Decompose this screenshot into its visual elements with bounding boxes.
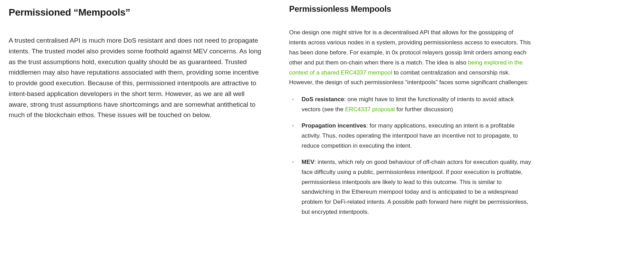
permissionless-intro-paragraph: One design one might strive for is a dec… (289, 28, 531, 88)
item-bold: MEV (302, 159, 314, 165)
permissioned-paragraph: A trusted centralised API is much more D… (9, 35, 265, 121)
list-item: DoS resistance: one might have to limit … (299, 95, 531, 115)
item-text-a: : intents, which rely on good behaviour … (302, 159, 531, 215)
permissioned-section: Permissioned “Mempools” A trusted centra… (9, 7, 265, 273)
list-item: MEV: intents, which rely on good behavio… (299, 157, 531, 217)
list-item: Propagation incentives: for many applica… (299, 121, 531, 151)
item-bold: Propagation incentives (302, 122, 366, 129)
permissionless-heading: Permissionless Mempools (289, 4, 531, 14)
item-text-b: for further discussion) (395, 106, 453, 113)
challenges-list: DoS resistance: one might have to limit … (289, 95, 531, 217)
erc4337-proposal-link[interactable]: ERC4337 proposal (345, 106, 395, 113)
permissionless-section: Permissionless Mempools One design one m… (289, 7, 531, 273)
item-bold: DoS resistance (302, 96, 344, 103)
permissioned-heading: Permissioned “Mempools” (9, 7, 265, 18)
